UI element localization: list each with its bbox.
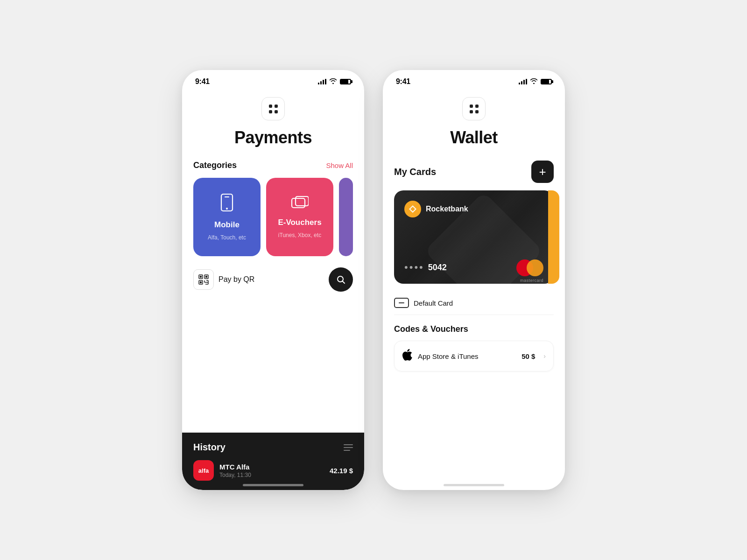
wifi-icon: [329, 78, 337, 85]
mobile-sub: Alfa, Touch, etc: [208, 234, 246, 241]
my-cards-title: My Cards: [394, 167, 436, 177]
wallet-time: 9:41: [396, 77, 410, 86]
payments-time: 9:41: [195, 77, 210, 86]
merchant-info: MTC Alfa Today, 11:30: [219, 463, 324, 478]
merchant-date: Today, 11:30: [219, 472, 324, 478]
mastercard-label: mastercard: [520, 278, 543, 283]
card-outline-icon: [394, 298, 409, 308]
bank-logo: [404, 201, 421, 217]
categories-label: Categories: [193, 161, 237, 170]
history-panel: History alfa MTC Alfa Today, 11:30 42.19…: [182, 433, 364, 490]
payments-status-bar: 9:41: [182, 70, 364, 90]
pay-by-qr-button[interactable]: Pay by QR: [193, 269, 254, 290]
card-container: Rocketbank •••• 5042 mastercard: [394, 190, 554, 284]
card-peek: [548, 190, 559, 284]
svg-rect-9: [205, 276, 207, 278]
wallet-battery-icon: [541, 79, 552, 84]
category-partial: [339, 178, 353, 256]
card-dots: ••••: [404, 261, 424, 273]
wallet-home-indicator: [444, 484, 504, 486]
wallet-title: Wallet: [394, 120, 554, 161]
voucher-item-appstore[interactable]: App Store & iTunes 50 $ ›: [394, 341, 554, 371]
wallet-signal-icon: [519, 79, 527, 84]
bank-name: Rocketbank: [426, 205, 468, 213]
codes-title: Codes & Vouchers: [394, 324, 554, 334]
filter-icon[interactable]: [344, 444, 353, 451]
apple-icon: [402, 349, 412, 364]
merchant-name: MTC Alfa: [219, 463, 324, 471]
default-card-label: Default Card: [414, 299, 453, 307]
payments-phone: 9:41: [182, 70, 364, 490]
svg-rect-10: [200, 281, 202, 283]
voucher-name: App Store & iTunes: [418, 352, 516, 360]
add-card-button[interactable]: +: [531, 161, 554, 183]
show-all-link[interactable]: Show All: [326, 161, 353, 169]
payments-title: Payments: [193, 120, 353, 161]
categories-header: Categories Show All: [193, 161, 353, 170]
categories-row: Mobile Alfa, Touch, etc E-Vouchers iTune…: [193, 178, 353, 256]
svg-rect-8: [200, 276, 202, 278]
payments-screen: Payments Categories Show All Mobile: [182, 120, 364, 490]
wallet-status-icons: [519, 78, 552, 85]
merchant-logo: alfa: [193, 460, 214, 481]
chevron-right-icon: ›: [543, 352, 546, 360]
category-mobile[interactable]: Mobile Alfa, Touch, etc: [193, 178, 261, 256]
bottom-row: Pay by QR: [193, 267, 353, 292]
battery-icon: [340, 79, 351, 84]
history-header: History: [193, 442, 353, 453]
history-title: History: [193, 442, 226, 453]
signal-icon: [318, 79, 326, 84]
wallet-phone: 9:41: [383, 70, 565, 490]
search-button[interactable]: [329, 267, 353, 292]
status-icons: [318, 78, 351, 85]
home-indicator: [243, 484, 303, 486]
wallet-screen: Wallet My Cards + Rocke: [383, 120, 565, 490]
qr-label: Pay by QR: [218, 275, 254, 284]
svg-point-2: [226, 208, 228, 210]
card-number-row: •••• 5042: [404, 261, 447, 273]
mastercard-logo: [516, 259, 543, 276]
credit-card[interactable]: Rocketbank •••• 5042 mastercard: [394, 190, 554, 284]
payments-content: Payments Categories Show All Mobile: [182, 120, 364, 433]
default-card-row[interactable]: Default Card: [394, 291, 554, 315]
wallet-wifi-icon: [530, 78, 538, 85]
wallet-app-icon[interactable]: [462, 97, 486, 120]
evouchers-icon: [291, 196, 309, 213]
evouchers-name: E-Vouchers: [278, 218, 321, 227]
svg-line-17: [343, 281, 345, 284]
voucher-amount: 50 $: [521, 352, 535, 360]
history-item[interactable]: alfa MTC Alfa Today, 11:30 42.19 $: [193, 460, 353, 481]
mobile-icon: [219, 193, 234, 216]
category-evouchers[interactable]: E-Vouchers iTunes, Xbox, etc: [266, 178, 333, 256]
qr-icon: [193, 269, 214, 290]
evouchers-sub: iTunes, Xbox, etc: [278, 232, 321, 238]
my-cards-header: My Cards +: [394, 161, 554, 183]
merchant-amount: 42.19 $: [330, 467, 353, 475]
wallet-status-bar: 9:41: [383, 70, 565, 90]
payments-app-icon[interactable]: [261, 97, 285, 120]
card-last4: 5042: [428, 263, 447, 273]
mobile-name: Mobile: [214, 220, 240, 230]
